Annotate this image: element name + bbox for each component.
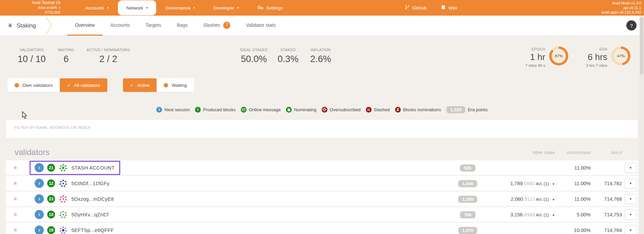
favorite-star-icon[interactable]: ★ [6,227,25,234]
era-points-cell: 926 [452,165,483,171]
version-line: api v9.11.1 [602,6,641,11]
toggle-label: All validators [74,83,100,88]
staking-icon: ✳ [7,22,13,30]
identicon[interactable] [58,163,68,173]
timer-text: ERA6 hrs3 hrs 7 mins [586,47,607,67]
legend-oversubscribed: Oversubscribed [322,107,361,113]
legend-label: Nominating [294,107,317,112]
next-session-indicator[interactable] [35,226,44,234]
scrollbar-thumb[interactable] [640,17,643,75]
stake-instance: (1) [543,181,549,186]
stat-active-nominators: ACTIVE / NOMINATORS2 / 2 [83,48,134,64]
favorite-star-icon[interactable]: ★ [6,195,25,202]
stat-label: WAITING [54,48,78,52]
expand-stake-icon[interactable]: ▼ [552,214,555,217]
row-dropdown-button[interactable]: ▼ [625,194,637,204]
row-dropdown-button[interactable]: ▼ [625,210,637,220]
stake-unit: AVL [535,197,543,201]
identicon[interactable] [58,179,68,188]
check-icon: ✓ [130,83,134,88]
row-dropdown-button[interactable]: ▼ [625,163,637,173]
menu-developer[interactable]: Developer▾ [204,0,248,16]
validator-identity-highlighted[interactable]: 21STASH ACCOUNT [30,161,120,175]
legend-online-message: Online message [241,107,281,113]
validator-identity[interactable]: 105DyHXv...qZriCf [30,208,114,222]
validator-row: ★125CtNDf...11fGFy1,0461,789.0882 AVL (1… [6,176,638,191]
tab-overview[interactable]: Overview [67,16,103,36]
toggle-group-1: Own validators✓All validators [7,78,107,92]
toggle-all-validators[interactable]: ✓All validators [60,78,107,92]
tab-bags[interactable]: Bags [169,16,196,36]
stake-decimals: .8949 [523,212,535,217]
favorite-star-icon[interactable]: ★ [6,180,25,187]
tab-accounts[interactable]: Accounts [103,16,138,36]
staking-page: Avail Testnet 03 data-avail/6▾ #715,502 … [0,0,644,234]
row-actions: ▼ [623,178,638,189]
link-github[interactable]: GitHub [405,5,427,11]
timer-era: ERA6 hrs3 hrs 7 mins47% [586,44,630,67]
identicon[interactable] [58,194,68,204]
stat-value: 10 / 10 [18,54,46,64]
stake-decimals: .0882 [523,181,535,186]
menu-label: Developer [213,5,234,11]
menu-accounts[interactable]: Accounts▾ [76,0,118,16]
blocks-nominations-icon [395,107,401,113]
row-actions: ▼ [623,210,638,220]
filter-input[interactable] [15,125,623,130]
timer-label: ERA [586,47,607,51]
produced-blocks-badge: 21 [47,164,55,172]
row-dropdown-button[interactable]: ▼ [625,225,637,234]
toggle-group-2: ✓ActiveWaiting [123,78,194,92]
help-button[interactable]: ? [626,20,637,31]
tab-targets[interactable]: Targets [138,16,169,36]
next-session-indicator[interactable] [35,179,44,188]
menu-label: Governance [165,5,191,11]
favorite-star-icon[interactable]: ★ [6,211,25,218]
check-icon: ✓ [67,83,71,88]
version-info: Avail Node v1.3.0api v9.11.1avail-apps v… [602,1,641,15]
expand-stake-icon[interactable]: ▼ [552,182,555,186]
stat-staked: STAKED0.3% [272,48,304,64]
menu-network[interactable]: Network▾ [118,0,156,15]
toggle-own-validators[interactable]: Own validators [7,78,60,92]
timer-value: 1 hr [525,52,545,62]
link-wiki[interactable]: Wiki [441,5,457,11]
commission-cell: 10.00% [555,228,591,233]
legend-label: Produced blocks [203,107,236,112]
validator-name: 5CtNDf...11fGFy [71,181,109,186]
identicon[interactable] [58,226,68,234]
stat-ideal-staked: IDEAL STAKED50.0% [236,48,272,64]
validator-identity[interactable]: 195EFTSp...e6QFFF [30,223,120,234]
expand-stake-icon[interactable]: ▼ [552,198,555,201]
identicon[interactable] [58,210,68,219]
era-points-badge: 1,070 [458,227,478,234]
network-selector[interactable]: Avail Testnet 03 data-avail/6▾ #715,502 [10,0,60,16]
menu-governance[interactable]: Governance▾ [156,0,204,16]
other-stake-cell: 1,789.0882 AVL (1)▼ [483,181,555,186]
validator-identity[interactable]: 235Dxzog...mDCyE8 [30,192,120,206]
next-session-indicator[interactable] [35,194,44,203]
validator-name: 5EFTSp...e6QFFF [71,228,114,233]
tab-validator-stats[interactable]: Validator stats [238,16,284,36]
column-other-stake: other stake [483,150,555,155]
tab-label: Overview [75,22,95,28]
favorite-star-icon[interactable]: ★ [6,164,25,171]
legend-label: Oversubscribed [330,107,361,112]
commission-cell: 11.00% [555,196,591,202]
toggle-active[interactable]: ✓Active [123,78,157,92]
era-points-cell: 1,070 [452,227,483,233]
last-block-cell: 714,782 [591,181,623,186]
row-dropdown-button[interactable]: ▼ [625,178,637,189]
validator-name: 5DyHXv...qZriCf [71,212,109,217]
toggle-waiting[interactable]: Waiting [157,78,194,92]
scrollbar[interactable] [639,16,644,234]
next-session-indicator[interactable] [35,163,44,172]
legend-label: Online message [249,107,281,112]
stake-decimals: .9117 [523,196,535,202]
stat-value: 6 [54,54,78,64]
next-session-indicator[interactable] [35,210,44,219]
menu-settings[interactable]: ⚙⚙Settings [248,0,292,16]
validator-identity[interactable]: 125CtNDf...11fGFy [30,176,115,191]
legend-slashed: ☠Slashed [366,107,390,113]
tab-slashes[interactable]: Slashes7 [195,16,238,36]
